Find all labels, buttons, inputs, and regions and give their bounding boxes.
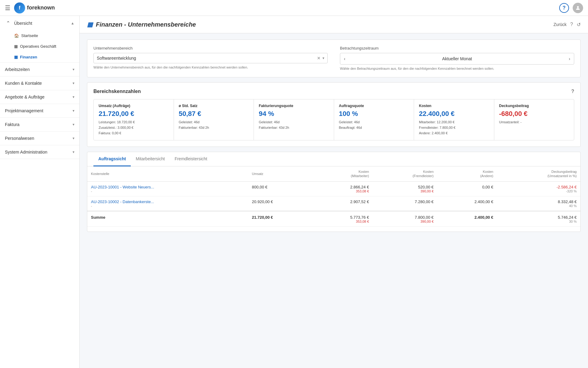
filter-row: Unternehmensbereich Softwareentwicklung … — [93, 46, 574, 71]
tab-fremdleistersicht[interactable]: Fremdleistersicht — [170, 152, 212, 166]
cell-umsatz-2: 20.920,00 € — [248, 196, 313, 211]
table-row: AU-2023-10001 - Website Neuers... - 800,… — [87, 181, 580, 196]
metric-title-umsatz: Umsatz (Aufträge) — [99, 104, 169, 108]
metric-detail-kosten: Mitarbeiter: 12.200,00 € Fremdleister: 7… — [419, 120, 489, 136]
sidebar-item-faktura[interactable]: Faktura ▾ — [0, 118, 79, 131]
tabs-header: Auftragssicht Mitarbeitersicht Fremdleis… — [87, 152, 580, 166]
link-au-1[interactable]: AU-2023-10001 - Website Neuers... — [91, 185, 154, 189]
sidebar-item-arbeitszeiten[interactable]: Arbeitszeiten ▾ — [0, 63, 79, 76]
sidebar-item-projekt[interactable]: Projektmanagement ▾ — [0, 104, 79, 117]
period-prev-button[interactable]: ‹ — [340, 53, 349, 64]
cell-deckung-1: -2.586,24 € -320 % — [497, 181, 580, 196]
main-content: ▦ Finanzen - Unternehmensbereiche Zurück… — [80, 16, 588, 368]
metric-detail-umsatz: Leistungen: 18.720,00 € Zusatzleist.: 3.… — [99, 120, 169, 136]
metric-card-stdsatz: ø Std. Satz 50,87 € Geleistet: 46d Faktu… — [174, 99, 254, 140]
bereich-dropdown-arrow[interactable]: ▾ — [322, 56, 324, 60]
metric-value-stdsatz: 50,87 € — [179, 110, 249, 118]
col-header-kosten-fl: Kosten(Fremdleister) — [373, 166, 437, 181]
metric-title-kosten: Kosten — [419, 104, 489, 108]
table-wrap: Kostenstelle Umsatz Kosten(Mitarbeiter) … — [87, 166, 580, 232]
ubersicht-chevron: ▲ — [71, 21, 74, 25]
col-header-kostenstelle: Kostenstelle — [87, 166, 248, 181]
back-button[interactable]: Zurück — [553, 22, 567, 27]
sidebar-item-ubersicht[interactable]: ⌃ Übersicht ▲ — [0, 16, 79, 30]
cell-deckung-2: 8.332,48 € 40 % — [497, 196, 580, 211]
arbeitszeiten-chevron: ▾ — [73, 67, 74, 72]
cell-summe-kosten-an: 2.400,00 € — [437, 211, 497, 227]
tab-mitarbeitersicht[interactable]: Mitarbeitersicht — [131, 152, 170, 166]
help-button[interactable]: ? — [559, 3, 569, 13]
period-value: Aktueller Monat — [349, 53, 565, 64]
page-title-text: Finanzen - Unternehmensbereiche — [96, 21, 196, 28]
col-header-deckung: Deckungsbeitrag(Umsatzanteil in %) — [497, 166, 580, 181]
sidebar-item-operatives[interactable]: ▦ Operatives Geschäft — [0, 41, 79, 52]
operatives-icon: ▦ — [14, 44, 18, 49]
header-right: ? — [559, 3, 583, 13]
sidebar-item-angebote[interactable]: Angebote & Aufträge ▾ — [0, 90, 79, 104]
brand-icon: f — [14, 2, 25, 13]
sidebar: ⌃ Übersicht ▲ 🏠 Startseite ▦ Operatives … — [0, 16, 80, 368]
sidebar-item-startseite[interactable]: 🏠 Startseite — [0, 30, 79, 41]
cell-summe-deckung: 5.746,24 € 30 % — [497, 211, 580, 227]
metric-card-deckung: Deckungsbeitrag -680,00 € Umsatzanteil: … — [494, 99, 574, 140]
period-next-button[interactable]: › — [565, 53, 574, 64]
brand-name: foreknown — [27, 5, 55, 11]
zeitraum-hint: Wähle den Betrachtungszeitraum aus, für … — [340, 66, 574, 71]
sidebar-section-projekt: Projektmanagement ▾ — [0, 104, 79, 118]
page-title-icon: ▦ — [87, 21, 93, 28]
bereich-clear-button[interactable]: ✕ — [317, 56, 321, 61]
col-header-kosten-ma: Kosten(Mitarbeiter) — [313, 166, 373, 181]
metric-card-auftragsquote: Auftragsquote 100 % Geleistet: 46d Beauf… — [334, 99, 414, 140]
cell-summe-kosten-ma: 5.773,76 € 353,08 € — [313, 211, 373, 227]
sidebar-item-kunden[interactable]: Kunden & Kontakte ▾ — [0, 76, 79, 90]
metrics-title: Bereichskennzahlen — [93, 89, 141, 94]
metric-value-kosten: 22.400,00 € — [419, 110, 489, 118]
filter-panel: Unternehmensbereich Softwareentwicklung … — [87, 39, 581, 77]
faktura-chevron: ▾ — [73, 122, 74, 127]
filter-label-bereich: Unternehmensbereich — [93, 46, 328, 50]
header-refresh-button[interactable]: ↺ — [577, 22, 581, 28]
header-help-button[interactable]: ? — [570, 22, 573, 27]
brand: f foreknown — [14, 2, 55, 13]
top-header: ☰ f foreknown ? — [0, 0, 588, 16]
data-table: Kostenstelle Umsatz Kosten(Mitarbeiter) … — [87, 166, 580, 227]
filter-label-zeitraum: Betrachtungszeitraum — [340, 46, 574, 50]
cell-kosten-fl-2: 7.280,00 € — [373, 196, 437, 211]
metric-title-fakturierung: Fakturierungsquote — [259, 104, 329, 108]
filter-col-bereich: Unternehmensbereich Softwareentwicklung … — [93, 46, 328, 71]
cell-summe-umsatz: 21.720,00 € — [248, 211, 313, 227]
col-header-kosten-an: Kosten(Andere) — [437, 166, 497, 181]
sidebar-item-personal[interactable]: Personalwesen ▾ — [0, 132, 79, 145]
cell-kosten-ma-1: 2.866,24 € 353,08 € — [313, 181, 373, 196]
page-header: ▦ Finanzen - Unternehmensbereiche Zurück… — [80, 16, 588, 33]
cell-kostenstelle-1: AU-2023-10001 - Website Neuers... - — [87, 181, 248, 196]
metrics-panel-header: Bereichskennzahlen ? — [93, 89, 574, 94]
metric-title-stdsatz: ø Std. Satz — [179, 104, 249, 108]
sidebar-section-kunden: Kunden & Kontakte ▾ — [0, 76, 79, 90]
sidebar-section-angebote: Angebote & Aufträge ▾ — [0, 90, 79, 104]
sidebar-item-sysadmin[interactable]: System Administration ▾ — [0, 145, 79, 159]
avatar[interactable] — [573, 3, 583, 13]
sidebar-label-angebote: Angebote & Aufträge — [5, 95, 44, 99]
sidebar-label-sysadmin: System Administration — [5, 150, 47, 154]
filter-select-bereich[interactable]: Softwareentwicklung ✕ ▾ — [93, 53, 328, 63]
link-au-2[interactable]: AU-2023-10002 - Datenbankerste... — [91, 199, 154, 204]
sidebar-label-projekt: Projektmanagement — [5, 108, 43, 113]
tab-auftragssicht[interactable]: Auftragssicht — [93, 152, 131, 166]
tabs-panel: Auftragssicht Mitarbeitersicht Fremdleis… — [87, 152, 581, 232]
main-layout: ⌃ Übersicht ▲ 🏠 Startseite ▦ Operatives … — [0, 16, 588, 368]
hamburger-button[interactable]: ☰ — [5, 4, 10, 12]
personal-chevron: ▾ — [73, 136, 74, 140]
cell-summe-label: Summe — [87, 211, 248, 227]
cell-summe-kosten-fl: 7.800,00 € 390,00 € — [373, 211, 437, 227]
sidebar-section-faktura: Faktura ▾ — [0, 118, 79, 132]
table-row: AU-2023-10002 - Datenbankerste... - 20.9… — [87, 196, 580, 211]
sidebar-item-finanzen[interactable]: ▦ Finanzen — [0, 52, 79, 62]
sidebar-label-arbeitszeiten: Arbeitszeiten — [5, 67, 30, 72]
sum-row: Summe 21.720,00 € 5.773,76 € 353,08 € 7.… — [87, 211, 580, 227]
metric-title-deckung: Deckungsbeitrag — [499, 104, 569, 108]
finanzen-icon: ▦ — [14, 55, 18, 59]
cell-kosten-fl-1: 520,00 € 390,00 € — [373, 181, 437, 196]
metric-detail-fakturierung: Geleistet: 46d Fakturierbar: 43d 2h — [259, 120, 329, 130]
metrics-help-button[interactable]: ? — [571, 89, 574, 94]
